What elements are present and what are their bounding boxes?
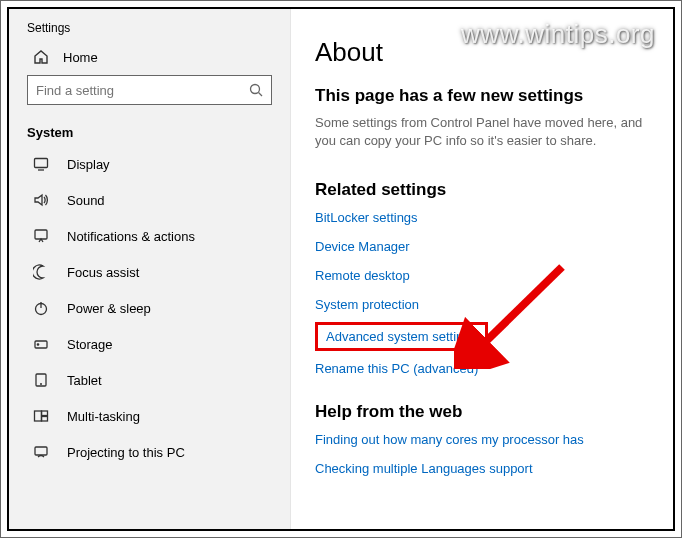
svg-line-1 xyxy=(259,93,263,97)
link-rename-pc[interactable]: Rename this PC (advanced) xyxy=(315,361,478,376)
svg-rect-11 xyxy=(35,411,42,421)
page-title: About xyxy=(315,37,653,68)
display-icon xyxy=(33,156,49,172)
projecting-icon xyxy=(33,444,49,460)
settings-content: About This page has a few new settings S… xyxy=(291,9,673,529)
link-remote-desktop[interactable]: Remote desktop xyxy=(315,268,410,283)
sidebar-item-sound[interactable]: Sound xyxy=(9,182,290,218)
svg-rect-2 xyxy=(35,159,48,168)
help-links: Finding out how many cores my processor … xyxy=(315,432,653,476)
search-box[interactable] xyxy=(27,75,272,105)
sub-body: Some settings from Control Panel have mo… xyxy=(315,114,653,150)
storage-icon xyxy=(33,336,49,352)
link-advanced-system-settings[interactable]: Advanced system settings xyxy=(326,329,477,344)
highlight-box: Advanced system settings xyxy=(315,322,488,351)
sidebar-item-power-sleep[interactable]: Power & sleep xyxy=(9,290,290,326)
sidebar-item-label: Notifications & actions xyxy=(67,229,195,244)
home-icon xyxy=(33,49,49,65)
sidebar-item-display[interactable]: Display xyxy=(9,146,290,182)
sidebar-item-notifications[interactable]: Notifications & actions xyxy=(9,218,290,254)
sidebar-item-label: Focus assist xyxy=(67,265,139,280)
power-icon xyxy=(33,300,49,316)
related-heading: Related settings xyxy=(315,180,653,200)
sidebar-item-focus-assist[interactable]: Focus assist xyxy=(9,254,290,290)
sound-icon xyxy=(33,192,49,208)
link-help-languages[interactable]: Checking multiple Languages support xyxy=(315,461,533,476)
svg-rect-13 xyxy=(42,417,48,422)
notifications-icon xyxy=(33,228,49,244)
section-header-system: System xyxy=(9,115,290,146)
sidebar-item-label: Power & sleep xyxy=(67,301,151,316)
sidebar-item-storage[interactable]: Storage xyxy=(9,326,290,362)
sidebar-item-label: Sound xyxy=(67,193,105,208)
search-wrap xyxy=(27,75,272,105)
sub-heading: This page has a few new settings xyxy=(315,86,653,106)
related-links: BitLocker settings Device Manager Remote… xyxy=(315,210,653,376)
sidebar-item-projecting[interactable]: Projecting to this PC xyxy=(9,434,290,470)
sidebar-item-multitasking[interactable]: Multi-tasking xyxy=(9,398,290,434)
sidebar-item-label: Projecting to this PC xyxy=(67,445,185,460)
link-help-cores[interactable]: Finding out how many cores my processor … xyxy=(315,432,584,447)
sidebar-item-tablet[interactable]: Tablet xyxy=(9,362,290,398)
svg-rect-12 xyxy=(42,411,48,416)
tablet-icon xyxy=(33,372,49,388)
svg-point-0 xyxy=(251,85,260,94)
multitasking-icon xyxy=(33,408,49,424)
settings-sidebar: Settings Home System xyxy=(9,9,291,529)
search-input[interactable] xyxy=(36,83,249,98)
search-icon xyxy=(249,83,263,97)
focus-assist-icon xyxy=(33,264,49,280)
link-bitlocker[interactable]: BitLocker settings xyxy=(315,210,418,225)
sidebar-item-label: Tablet xyxy=(67,373,102,388)
app-title: Settings xyxy=(9,9,290,43)
sidebar-item-label: Multi-tasking xyxy=(67,409,140,424)
sidebar-item-label: Storage xyxy=(67,337,113,352)
home-nav[interactable]: Home xyxy=(9,43,290,75)
svg-rect-14 xyxy=(35,447,47,455)
sidebar-item-label: Display xyxy=(67,157,110,172)
link-device-manager[interactable]: Device Manager xyxy=(315,239,410,254)
svg-point-8 xyxy=(37,344,38,345)
link-system-protection[interactable]: System protection xyxy=(315,297,419,312)
svg-rect-4 xyxy=(35,230,47,239)
home-label: Home xyxy=(63,50,98,65)
help-heading: Help from the web xyxy=(315,402,653,422)
